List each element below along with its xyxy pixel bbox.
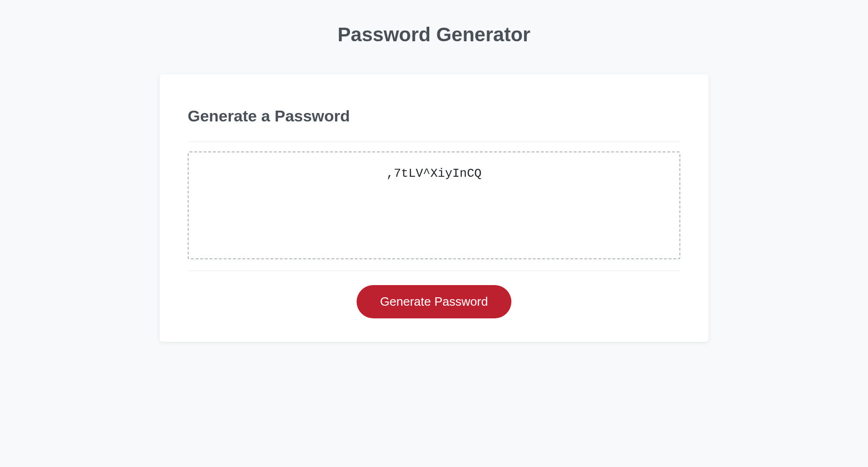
button-wrapper: Generate Password [188, 285, 680, 318]
main-container: Password Generator Generate a Password G… [152, 0, 716, 342]
divider-bottom [188, 271, 680, 271]
page-title: Password Generator [160, 0, 708, 74]
generate-password-button[interactable]: Generate Password [357, 285, 511, 318]
divider-top [188, 142, 680, 142]
generator-card: Generate a Password Generate Password [160, 74, 708, 342]
card-heading: Generate a Password [188, 107, 680, 125]
password-output[interactable] [188, 151, 680, 259]
